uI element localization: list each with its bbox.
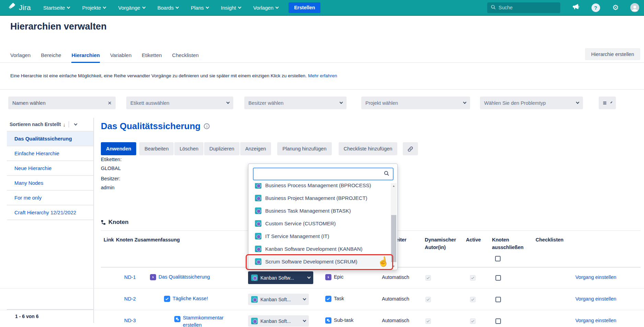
name-filter-input[interactable]	[12, 100, 108, 106]
announcements-button[interactable]	[571, 3, 580, 12]
tab-bereiche[interactable]: Bereiche	[41, 52, 61, 63]
set-checklist-link[interactable]: Vorgang einstellen	[575, 296, 616, 302]
sidebar-item-neue-hierarchie[interactable]: Neue Hierarchie	[7, 161, 93, 176]
project-option-it[interactable]: IT Service Management (IT)	[249, 230, 391, 243]
permalink-button[interactable]	[403, 142, 418, 155]
divider	[69, 121, 69, 127]
tab-hierarchien[interactable]: Hierarchien	[71, 52, 100, 63]
project-option-customer[interactable]: Custom Service (CUSTOMER)	[249, 217, 391, 230]
name-filter[interactable]: ×	[8, 97, 116, 109]
project-select[interactable]: Kanban Soft...	[248, 294, 309, 305]
project-filter-select[interactable]: Projekt wählen	[361, 97, 470, 109]
tab-etiketten[interactable]: Etiketten	[142, 52, 162, 63]
global-search[interactable]	[487, 2, 560, 13]
project-avatar-icon	[255, 258, 261, 265]
project-avatar-icon	[251, 318, 258, 324]
issuetype-filter-select[interactable]: Wählen Sie den Problemtyp	[480, 97, 583, 109]
help-button[interactable]: ?	[591, 3, 600, 12]
show-button[interactable]: Anzeigen	[240, 142, 271, 155]
active-checkbox	[470, 318, 476, 324]
learn-more-link[interactable]: Mehr erfahren	[308, 73, 337, 78]
dropdown-search-input[interactable]	[257, 171, 384, 177]
project-option-bprocess[interactable]: Business Process Management (BPROCESS)	[249, 183, 391, 192]
hierarchy-actions: Anwenden Bearbeiten Löschen Duplizieren …	[101, 142, 418, 155]
apply-button[interactable]: Anwenden	[101, 142, 136, 155]
create-hierarchy-button[interactable]: Hierarchie erstellen	[585, 48, 640, 60]
node-summary: Das Qualitätssicherung	[150, 274, 210, 280]
project-dropdown-panel: Business Process Management (BPROCESS) B…	[248, 164, 398, 270]
sidebar-item-das-qualitaetssicherung[interactable]: Das Qualitätssicherung	[7, 132, 93, 146]
scrollbar-thumb[interactable]	[391, 215, 396, 262]
settings-button[interactable]: ⚙	[611, 3, 620, 12]
duplicate-button[interactable]: Duplizieren	[204, 142, 239, 155]
info-icon[interactable]: i	[204, 123, 210, 129]
dropdown-search[interactable]	[253, 168, 394, 180]
sidebar-item-craft-hierarchy[interactable]: Craft Hierarchy 12/21/2022	[7, 205, 93, 220]
nav-item-boards[interactable]: Boards	[157, 5, 179, 11]
gear-icon: ⚙	[612, 3, 619, 12]
labels-value: GLOBAL	[101, 166, 121, 171]
summary-link[interactable]: Tägliche Kasse!	[173, 296, 208, 302]
exclude-node-checkbox[interactable]	[495, 318, 501, 324]
nav-item-insight[interactable]: Insight	[221, 5, 241, 11]
project-option-scrum[interactable]: Scrum Software Development (SCRUM)	[249, 255, 391, 268]
scroll-up-icon[interactable]: ▲	[391, 183, 397, 189]
add-planning-button[interactable]: Planung hinzufügen	[277, 142, 331, 155]
owner-value: admin	[101, 185, 115, 190]
megaphone-icon	[572, 3, 579, 12]
exclude-all-checkbox[interactable]	[495, 256, 501, 261]
project-select-open[interactable]: Kanban Softw...	[248, 271, 313, 284]
active-checkbox	[470, 297, 476, 302]
sidebar-item-for-me-only[interactable]: For me only	[7, 191, 93, 205]
clear-icon[interactable]: ×	[108, 100, 112, 106]
nav-item-plans[interactable]: Plans	[191, 5, 209, 11]
node-key-link[interactable]: ND-1	[124, 274, 136, 280]
page-title: Hierarchien verwalten	[10, 21, 107, 32]
nav-item-projekte[interactable]: Projekte	[82, 5, 106, 11]
delete-button[interactable]: Löschen	[174, 142, 203, 155]
search-icon	[491, 4, 496, 11]
sort-control[interactable]: Sortieren nach Erstellt ↓	[7, 118, 93, 132]
edit-button[interactable]: Bearbeiten	[139, 142, 174, 155]
search-input[interactable]	[499, 5, 563, 10]
node-key-link[interactable]: ND-2	[124, 296, 136, 302]
sidebar-item-many-nodes[interactable]: Many Nodes	[7, 176, 93, 191]
create-button[interactable]: Erstellen	[289, 2, 320, 13]
nav-item-startseite[interactable]: Startseite	[43, 5, 70, 11]
filter-menu-button[interactable]: ≡	[599, 97, 616, 109]
label-filter-select[interactable]: Etikett auswählen	[126, 97, 233, 109]
scroll-down-icon[interactable]: ▼	[391, 263, 397, 269]
editor-value: Automatisch	[382, 296, 409, 302]
jira-logo[interactable]: Jira	[8, 3, 31, 13]
exclude-node-checkbox[interactable]	[495, 275, 501, 281]
nav-item-vorlagen[interactable]: Vorlagen	[253, 5, 278, 11]
set-checklist-link[interactable]: Vorgang einstellen	[575, 274, 616, 280]
add-checklist-button[interactable]: Checkliste hinzufügen	[339, 142, 398, 155]
dynamic-author-checkbox	[425, 275, 431, 281]
project-option-kanban[interactable]: Kanban Software Development (KANBAN)	[249, 243, 391, 255]
node-key-link[interactable]: ND-3	[124, 318, 136, 323]
chevron-down-icon	[463, 101, 467, 104]
link-icon	[408, 146, 413, 152]
nav-item-vorgaenge[interactable]: Vorgänge	[118, 5, 145, 11]
project-avatar-icon	[251, 296, 258, 303]
owner-filter-select[interactable]: Besitzer wählen	[244, 97, 347, 109]
tab-bar: Vorlagen Bereiche Hierarchien Variablen …	[10, 52, 199, 63]
col-header-knoten-ausschliessen: Knoten ausschließen	[492, 236, 528, 251]
project-option-btask[interactable]: Business Task Management (BTASK)	[249, 204, 391, 217]
set-checklist-link[interactable]: Vorgang einstellen	[575, 318, 616, 323]
project-select[interactable]: Kanban Soft...	[248, 315, 309, 327]
summary-link[interactable]: Stammkommentar erstellen	[183, 314, 234, 327]
user-avatar[interactable]	[630, 3, 639, 12]
exclude-node-checkbox[interactable]	[495, 297, 501, 302]
hamburger-icon: ≡	[603, 99, 607, 107]
summary-link[interactable]: Das Qualitätssicherung	[159, 274, 210, 280]
owner-caption: Besitzer:	[101, 176, 120, 181]
project-option-bproject[interactable]: Business Project Management (BPROJECT)	[249, 192, 391, 204]
issue-type: Epic	[325, 274, 343, 280]
tab-vorlagen[interactable]: Vorlagen	[10, 52, 31, 63]
sidebar-item-einfache-hierarchie[interactable]: Einfache Hierarchie	[7, 146, 93, 161]
dropdown-scrollbar[interactable]: ▲ ▼	[391, 183, 397, 269]
tab-checklisten[interactable]: Checklisten	[172, 52, 199, 63]
tab-variablen[interactable]: Variablen	[110, 52, 131, 63]
